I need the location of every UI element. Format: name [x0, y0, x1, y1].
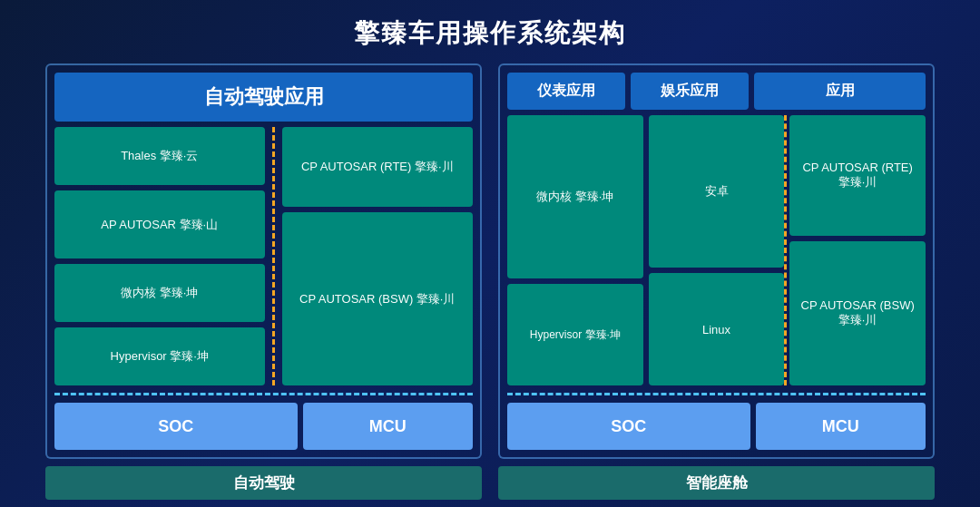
left-section-label: 自动驾驶 [45, 466, 482, 500]
left-section: 自动驾驶应用 Thales 擎臻·云 AP AUTOSAR 擎臻·山 微内核 擎… [45, 63, 482, 500]
right-bottom-row: SOC MCU [507, 403, 926, 450]
micro-kernel-right-block: 微内核 擎臻·坤 [507, 115, 643, 278]
cp-autosar-bsw-right-block: CP AUTOSAR (BSW) 擎臻·川 [789, 241, 926, 385]
left-soc-block: SOC [54, 403, 298, 450]
entertainment-header: 娱乐应用 [631, 73, 749, 110]
cp-autosar-rte-right-block: CP AUTOSAR (RTE) 擎臻·川 [789, 115, 926, 236]
micro-kernel-left-block: 微内核 擎臻·坤 [54, 264, 265, 322]
right-arch-box: 仪表应用 娱乐应用 应用 微内核 擎臻·坤 Hypervisor 擎臻·坤 安卓… [498, 63, 935, 459]
linux-block: Linux [649, 273, 785, 385]
thales-block: Thales 擎臻·云 [54, 127, 265, 185]
right-soc-block: SOC [507, 403, 750, 450]
page-title: 擎臻车用操作系统架构 [354, 0, 626, 63]
hypervisor-left-block: Hypervisor 擎臻·坤 [54, 327, 265, 385]
main-container: 自动驾驶应用 Thales 擎臻·云 AP AUTOSAR 擎臻·山 微内核 擎… [45, 63, 935, 507]
left-mcu-block: MCU [303, 403, 473, 450]
left-arch-header: 自动驾驶应用 [54, 73, 473, 122]
right-section: 仪表应用 娱乐应用 应用 微内核 擎臻·坤 Hypervisor 擎臻·坤 安卓… [498, 63, 935, 500]
instrument-header: 仪表应用 [507, 73, 625, 110]
right-mcu-block: MCU [756, 403, 926, 450]
left-bottom-row: SOC MCU [54, 403, 473, 450]
android-block: 安卓 [649, 115, 785, 268]
apps-header: 应用 [754, 73, 926, 110]
hypervisor-row-container: Hypervisor 擎臻·坤 [507, 284, 643, 385]
left-arch-box: 自动驾驶应用 Thales 擎臻·云 AP AUTOSAR 擎臻·山 微内核 擎… [45, 63, 482, 459]
cp-autosar-rte-block: CP AUTOSAR (RTE) 擎臻·川 [282, 127, 473, 207]
hypervisor-right-block: Hypervisor 擎臻·坤 [507, 284, 643, 385]
ap-autosar-block: AP AUTOSAR 擎臻·山 [54, 190, 265, 258]
cp-autosar-bsw-block: CP AUTOSAR (BSW) 擎臻·川 [282, 212, 473, 385]
right-section-label: 智能座舱 [498, 466, 935, 500]
